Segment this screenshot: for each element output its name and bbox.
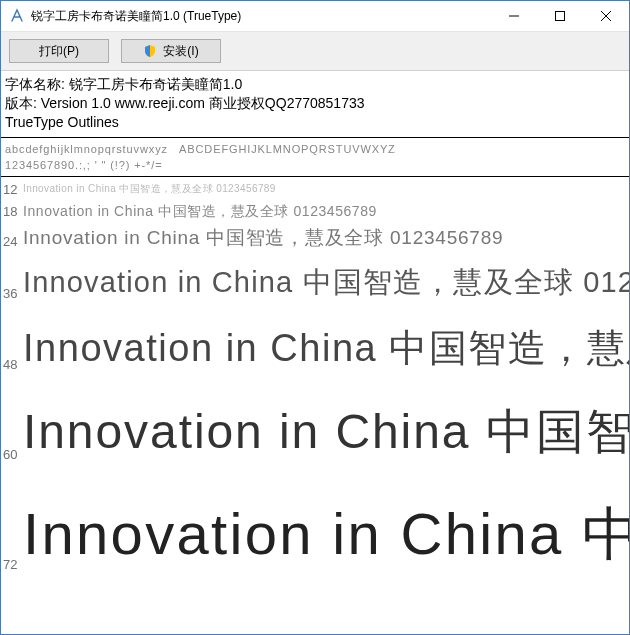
sample-row-48: 48 Innovation in China 中国智造，慧及全球 0123456…	[3, 305, 629, 376]
sample-row-72: 72 Innovation in China 中国智造，慧及全球 0123456…	[3, 466, 629, 576]
svg-rect-1	[556, 12, 565, 21]
maximize-button[interactable]	[537, 1, 583, 31]
size-label: 12	[3, 182, 23, 199]
font-version-line: 版本: Version 1.0 www.reeji.com 商业授权QQ2770…	[5, 94, 625, 113]
font-name-line: 字体名称: 锐字工房卡布奇诺美瞳简1.0	[5, 75, 625, 94]
sample-row-24: 24 Innovation in China 中国智造，慧及全球 0123456…	[3, 223, 629, 253]
size-label: 24	[3, 234, 23, 251]
sample-rows: 12 Innovation in China 中国智造，慧及全球 0123456…	[1, 180, 629, 576]
preview-content: 字体名称: 锐字工房卡布奇诺美瞳简1.0 版本: Version 1.0 www…	[1, 71, 629, 634]
sample-row-12: 12 Innovation in China 中国智造，慧及全球 0123456…	[3, 180, 629, 201]
sample-row-36: 36 Innovation in China 中国智造，慧及全球 0123456…	[3, 253, 629, 305]
font-outline-line: TrueType Outlines	[5, 113, 625, 132]
glyph-row-letters: abcdefghijklmnopqrstuvwxyz ABCDEFGHIJKLM…	[1, 141, 629, 157]
app-icon	[9, 8, 25, 24]
sample-text: Innovation in China 中国智造，慧及全球 0123456789	[23, 400, 629, 464]
sample-text: Innovation in China 中国智造，慧及全球 0123456789	[23, 225, 503, 251]
sample-text: Innovation in China 中国智造，慧及全球 0123456789	[23, 263, 629, 303]
glyph-uppercase: ABCDEFGHIJKLMNOPQRSTUVWXYZ	[179, 143, 396, 155]
font-metadata: 字体名称: 锐字工房卡布奇诺美瞳简1.0 版本: Version 1.0 www…	[1, 71, 629, 134]
glyph-row-digits: 1234567890.:,; ' " (!?) +-*/=	[1, 157, 629, 173]
sample-row-60: 60 Innovation in China 中国智造，慧及全球 0123456…	[3, 376, 629, 466]
window-controls	[491, 1, 629, 31]
sample-text: Innovation in China 中国智造，慧及全球 0123456789	[23, 203, 377, 221]
window-title: 锐字工房卡布奇诺美瞳简1.0 (TrueType)	[31, 8, 491, 25]
install-button[interactable]: 安装(I)	[121, 39, 221, 63]
sample-text: Innovation in China 中国智造，慧及全球 0123456789	[23, 182, 276, 196]
minimize-button[interactable]	[491, 1, 537, 31]
size-label: 36	[3, 286, 23, 303]
size-label: 48	[3, 357, 23, 374]
install-label: 安装(I)	[163, 43, 198, 60]
close-button[interactable]	[583, 1, 629, 31]
sample-text: Innovation in China 中国智造，慧及全球 0123456789	[23, 323, 629, 374]
toolbar: 打印(P) 安装(I)	[1, 32, 629, 71]
font-preview-window: 锐字工房卡布奇诺美瞳简1.0 (TrueType) 打印(P) 安装(I) 字体…	[0, 0, 630, 635]
print-button[interactable]: 打印(P)	[9, 39, 109, 63]
titlebar: 锐字工房卡布奇诺美瞳简1.0 (TrueType)	[1, 1, 629, 32]
size-label: 72	[3, 557, 23, 574]
sample-text: Innovation in China 中国智造，慧及全球 0123456789	[23, 496, 629, 574]
size-label: 60	[3, 447, 23, 464]
sample-row-18: 18 Innovation in China 中国智造，慧及全球 0123456…	[3, 201, 629, 223]
print-label: 打印(P)	[39, 43, 79, 60]
size-label: 18	[3, 204, 23, 221]
divider	[1, 176, 629, 177]
glyph-lowercase: abcdefghijklmnopqrstuvwxyz	[5, 143, 168, 155]
shield-icon	[143, 44, 157, 58]
divider	[1, 137, 629, 138]
